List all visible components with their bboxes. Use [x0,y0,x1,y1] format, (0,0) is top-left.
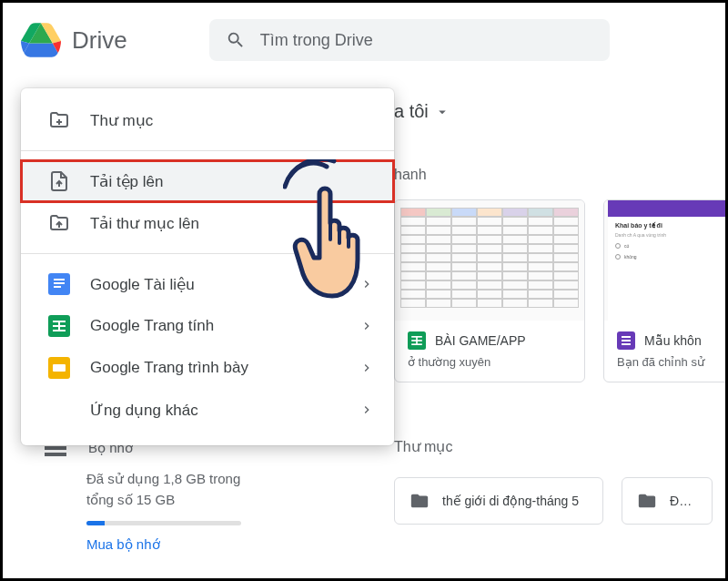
svg-rect-4 [416,336,418,345]
card-info: Mẫu khôn Bạn đã chỉnh sử [604,321,728,382]
drive-logo-wrap[interactable]: Drive [21,22,127,58]
quick-access-section: hanh [394,167,427,183]
menu-item-google-slides[interactable]: Google Trang trình bày [21,347,394,389]
app-name: Drive [72,26,127,55]
menu-item-label: Tải thư mục lên [90,214,199,233]
menu-item-label: Tải tệp lên [90,172,163,191]
context-menu: Thư mục Tải tệp lên Tải thư mục lên Goog… [21,88,394,445]
card-subtitle: ở thường xuyên [408,355,571,369]
main-area: a tôi hanh [3,85,725,578]
sheets-icon [408,331,426,350]
menu-item-label: Google Tài liệu [90,275,195,294]
folder-card[interactable]: thế giới di động-tháng 5 [394,477,603,525]
menu-item-label: Thư mục [90,111,153,130]
forms-icon [617,331,635,350]
svg-rect-10 [54,286,61,288]
svg-rect-8 [54,279,65,280]
menu-item-label: Ứng dụng khác [90,401,198,420]
svg-rect-17 [53,364,66,372]
chevron-down-icon [434,104,450,120]
breadcrumb-text: a tôi [394,101,429,122]
card-info: BÀI GAME/APP ở thường xuyên [395,321,584,382]
empty-icon [48,399,70,421]
file-upload-icon [48,170,70,192]
topbar: Drive [3,3,725,74]
sheets-icon [48,315,70,337]
file-card-form[interactable]: Khai báo y tế đi Danh ch A qua vùng trìn… [603,199,728,382]
chevron-right-icon [359,319,374,333]
file-card-sheet[interactable]: BÀI GAME/APP ở thường xuyên [394,199,585,382]
folders-section: Thư mục thế giới di động-tháng 5 ĐỒ ÁN [394,438,713,525]
svg-rect-9 [54,282,65,284]
card-preview [395,200,584,321]
card-title: Mẫu khôn [644,333,702,348]
docs-icon [48,273,70,295]
menu-divider [21,253,394,254]
chevron-right-icon [359,403,374,417]
storage-progress [86,521,241,525]
folder-icon [637,491,657,511]
search-box[interactable] [209,19,610,61]
storage-block: Bộ nhớ Đã sử dụng 1,8 GB trong tổng số 1… [3,433,248,553]
menu-item-upload-folder[interactable]: Tải thư mục lên [21,202,394,244]
storage-progress-fill [86,521,105,525]
menu-item-google-docs[interactable]: Google Tài liệu [21,263,394,305]
buy-storage-link[interactable]: Mua bộ nhớ [3,536,248,553]
svg-rect-15 [58,321,60,331]
menu-item-label: Google Trang tính [90,317,214,335]
menu-divider [21,150,394,151]
slides-icon [48,357,70,379]
breadcrumb[interactable]: a tôi [394,101,450,122]
menu-item-more-apps[interactable]: Ứng dụng khác [21,389,394,431]
menu-item-google-sheets[interactable]: Google Trang tính [21,305,394,347]
card-title: BÀI GAME/APP [435,333,526,348]
menu-item-upload-file[interactable]: Tải tệp lên [21,160,394,202]
menu-item-new-folder[interactable]: Thư mục [21,99,394,141]
menu-item-label: Google Trang trình bày [90,359,248,377]
chevron-right-icon [359,361,374,375]
chevron-right-icon [359,277,374,291]
folders-title: Thư mục [394,438,713,455]
folder-card[interactable]: ĐỒ ÁN [622,477,713,525]
storage-usage-text: Đã sử dụng 1,8 GB trong tổng số 15 GB [3,460,248,517]
folder-upload-icon [48,212,70,234]
folder-name: ĐỒ ÁN [670,494,697,508]
card-subtitle: Bạn đã chỉnh sử [617,355,717,369]
quick-access-title: hanh [394,167,427,183]
folder-name: thế giới di động-tháng 5 [442,494,579,508]
card-preview: Khai báo y tế đi Danh ch A qua vùng trìn… [604,200,728,321]
drive-logo-icon [21,22,61,58]
search-input[interactable] [260,31,593,50]
folder-new-icon [48,109,70,131]
folder-icon [410,491,430,511]
search-icon [226,30,246,50]
file-cards: BÀI GAME/APP ở thường xuyên Khai báo y t… [394,199,728,382]
